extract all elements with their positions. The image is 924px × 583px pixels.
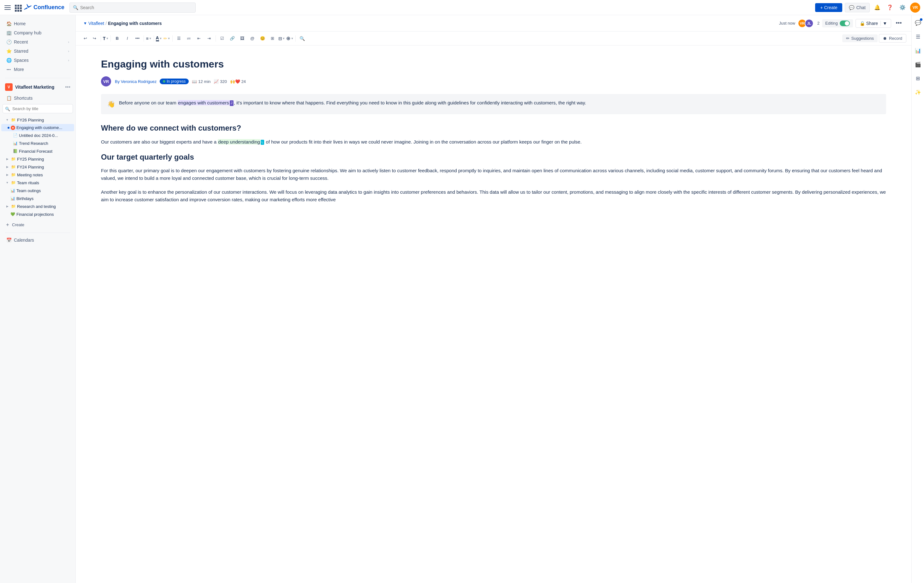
table-arrow: ▼ bbox=[282, 37, 285, 40]
toolbar-sep-6 bbox=[216, 35, 216, 42]
confluence-logo[interactable]: Confluence bbox=[24, 4, 64, 12]
numbered-list-button[interactable]: ≔ bbox=[185, 34, 193, 43]
undo-button[interactable]: ↩ bbox=[81, 34, 90, 43]
views-icon: 📈 bbox=[214, 79, 219, 84]
save-timestamp: Just now bbox=[779, 21, 795, 26]
chat-button[interactable]: 💬 Chat bbox=[845, 3, 870, 12]
align-dropdown[interactable]: ≡ ▼ bbox=[146, 36, 152, 41]
editing-toggle-knob bbox=[845, 21, 849, 26]
rail-toc-button[interactable]: ☰ bbox=[913, 31, 923, 42]
font-color-dropdown[interactable]: A ▼ bbox=[156, 35, 162, 41]
highlight-dropdown[interactable]: ✏ ▼ bbox=[163, 36, 170, 41]
tree-item-fy26[interactable]: ▼ 📁 FY26 Planning bbox=[1, 116, 74, 124]
sidebar-item-calendars[interactable]: 📅 Calendars bbox=[1, 236, 74, 244]
notifications-button[interactable]: 🔔 bbox=[872, 3, 882, 13]
mention-button[interactable]: @ bbox=[248, 34, 257, 43]
tree-item-team-rituals[interactable]: ▼ 📁 Team rituals bbox=[1, 179, 74, 186]
tree-item-engaging[interactable]: ● Engaging with custome... bbox=[1, 124, 74, 131]
sidebar-item-spaces[interactable]: 🌐 Spaces › bbox=[1, 56, 74, 65]
editing-toggle[interactable] bbox=[840, 20, 850, 26]
sidebar: 🏠 Home 🏢 Company hub 🕐 Recent › ⭐ Starre… bbox=[0, 15, 76, 583]
fy24-chevron: ▶ bbox=[5, 165, 10, 169]
tree-item-untitled[interactable]: 📄 Untitled doc 2024-0... bbox=[1, 132, 74, 139]
rail-ai-button[interactable]: ✨ bbox=[913, 87, 923, 97]
outdent-button[interactable]: ⇤ bbox=[195, 34, 203, 43]
table-simple-button[interactable]: ⊞ bbox=[268, 34, 277, 43]
doc-meta-info: By Veronica Rodriguez In progress 📖 12 m… bbox=[115, 79, 246, 84]
breadcrumb-space[interactable]: Vitafleet bbox=[88, 21, 104, 26]
italic-button[interactable]: I bbox=[123, 34, 132, 43]
sidebar-search-input[interactable] bbox=[3, 104, 73, 113]
header-more-button[interactable]: ••• bbox=[894, 18, 904, 28]
sidebar-item-starred[interactable]: ⭐ Starred › bbox=[1, 47, 74, 56]
tree-item-fy25[interactable]: ▶ 📁 FY25 Planning bbox=[1, 155, 74, 163]
tree-item-outings[interactable]: 📊 Team outings bbox=[1, 187, 74, 194]
create-button[interactable]: + Create bbox=[815, 3, 842, 12]
space-header[interactable]: V Vitafleet Marketing ••• bbox=[0, 81, 76, 93]
tree-item-financial-proj[interactable]: 💚 Financial projections bbox=[1, 211, 74, 218]
tree-item-research[interactable]: ▶ 📁 Research and testing bbox=[1, 203, 74, 210]
tree-item-fy24[interactable]: ▶ 📁 FY24 Planning bbox=[1, 163, 74, 171]
link-button[interactable]: 🔗 bbox=[228, 34, 237, 43]
author-name[interactable]: By Veronica Rodriguez bbox=[115, 79, 157, 84]
task-button[interactable]: ☑ bbox=[218, 34, 226, 43]
rail-analytics-button[interactable]: 📊 bbox=[913, 45, 923, 56]
share-button[interactable]: 🔒 Share ▼ bbox=[856, 19, 891, 28]
callout-text-after: , it's important to know where that happ… bbox=[234, 100, 586, 105]
topbar-right: + Create 💬 Chat 🔔 ❓ ⚙️ VR bbox=[815, 3, 920, 13]
create-link[interactable]: ＋ Create bbox=[0, 219, 76, 230]
space-more-button[interactable]: ••• bbox=[65, 84, 70, 90]
sidebar-item-shortcuts[interactable]: 📋 Shortcuts bbox=[1, 94, 74, 102]
sidebar-item-more[interactable]: ••• More bbox=[1, 65, 74, 74]
rail-media-button[interactable]: 🎬 bbox=[913, 59, 923, 69]
emoji-button[interactable]: 😊 bbox=[258, 34, 267, 43]
help-button[interactable]: ❓ bbox=[885, 3, 895, 13]
bullet-list-button[interactable]: ☰ bbox=[175, 34, 183, 43]
reactions[interactable]: 🙌❤️ 24 bbox=[230, 79, 246, 84]
user-avatar[interactable]: VR bbox=[910, 3, 920, 13]
callout-icon: 👋 bbox=[107, 99, 115, 109]
lock-icon: 🔒 bbox=[860, 21, 865, 26]
table-dropdown[interactable]: ⊟ ▼ bbox=[278, 36, 285, 41]
settings-button[interactable]: ⚙️ bbox=[898, 3, 908, 13]
team-rituals-chevron: ▼ bbox=[5, 180, 10, 185]
breadcrumb: ▼ Vitafleet / Engaging with customers bbox=[83, 21, 162, 26]
rail-comments-button[interactable]: 💬 bbox=[913, 18, 923, 28]
text-style-label: T bbox=[103, 36, 106, 41]
tree-item-meeting[interactable]: ▶ 📁 Meeting notes bbox=[1, 171, 74, 179]
search-input[interactable] bbox=[80, 5, 192, 10]
doc-status-badge[interactable]: In progress bbox=[160, 79, 189, 84]
indent-button[interactable]: ⇥ bbox=[205, 34, 214, 43]
text-style-dropdown[interactable]: T ▼ bbox=[103, 36, 109, 41]
tree-item-financial-forecast[interactable]: 📗 Financial Forecast bbox=[1, 147, 74, 155]
share-label: Share bbox=[866, 21, 878, 26]
bold-button[interactable]: B bbox=[113, 34, 122, 43]
status-dot bbox=[163, 80, 165, 82]
image-button[interactable]: 🖼 bbox=[238, 34, 247, 43]
sidebar-item-recent[interactable]: 🕐 Recent › bbox=[1, 38, 74, 46]
rail-grid-button[interactable]: ⊞ bbox=[913, 73, 923, 83]
doc-header-right: Just now VR JL 2 Editing 🔒 Share bbox=[779, 18, 904, 28]
sidebar-item-company-hub[interactable]: 🏢 Company hub bbox=[1, 28, 74, 37]
doc-h2-1: Where do we connect with customers? bbox=[101, 123, 886, 133]
sidebar-item-home[interactable]: 🏠 Home bbox=[1, 19, 74, 28]
doc-h2-2: Our target quarterly goals bbox=[101, 152, 886, 162]
more-format-button[interactable]: ••• bbox=[133, 34, 142, 43]
suggestions-button[interactable]: ✏ Suggestions bbox=[842, 35, 878, 42]
breadcrumb-separator: / bbox=[106, 21, 107, 26]
global-search-box[interactable]: 🔍 bbox=[69, 3, 196, 13]
doc-body[interactable]: Engaging with customers VR By Veronica R… bbox=[76, 45, 911, 583]
tree-item-trend[interactable]: 📊 Trend Research bbox=[1, 140, 74, 147]
sidebar-toggle-button[interactable] bbox=[4, 4, 12, 12]
redo-button[interactable]: ↪ bbox=[90, 34, 99, 43]
sidebar-search-box[interactable]: 🔍 bbox=[3, 104, 73, 113]
toolbar-search-button[interactable]: 🔍 bbox=[298, 34, 307, 43]
starred-icon: ⭐ bbox=[6, 49, 12, 54]
tree-item-birthdays[interactable]: 📊 Birthdays bbox=[1, 194, 74, 202]
space-name: Vitafleet Marketing bbox=[15, 84, 63, 90]
insert-dropdown[interactable]: ⊕ ▼ bbox=[286, 35, 294, 41]
doc-p3: Another key goal is to enhance the perso… bbox=[101, 188, 886, 204]
financial-proj-icon: 💚 bbox=[10, 212, 15, 217]
app-switcher-button[interactable] bbox=[14, 4, 21, 12]
record-button[interactable]: ⏺ Record bbox=[879, 34, 906, 43]
